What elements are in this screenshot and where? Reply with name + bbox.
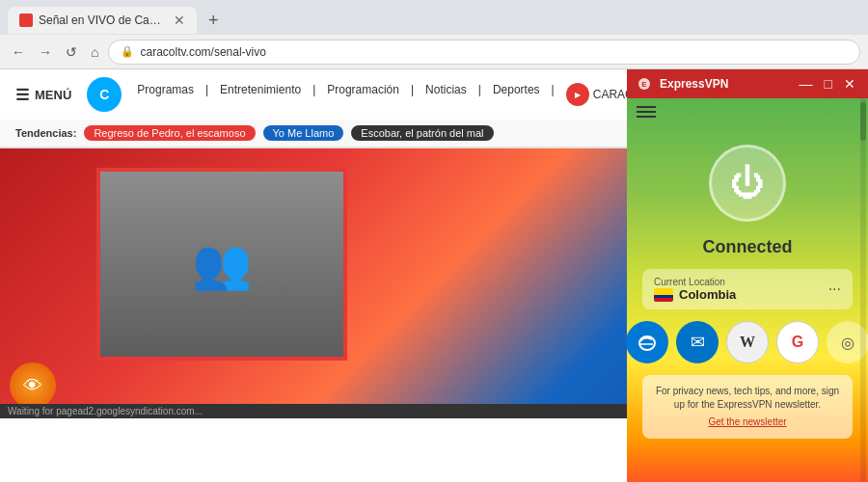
colombia-flag — [654, 288, 673, 302]
nav-sep2: | — [312, 83, 315, 106]
trending-label: Tendencias: — [15, 127, 76, 139]
nav-sep1: | — [205, 83, 208, 106]
eye-icon: 👁 — [23, 375, 42, 397]
newsletter-text: For privacy news, tech tips, and more, s… — [656, 386, 839, 410]
nav-sep5: | — [552, 83, 555, 106]
hamburger-icon: ☰ — [15, 86, 29, 104]
wikipedia-quicklink-button[interactable]: W — [726, 321, 769, 363]
more-icon: ◎ — [841, 334, 854, 352]
vpn-titlebar: E ExpressVPN — □ ✕ — [627, 69, 868, 98]
nav-sep4: | — [478, 83, 481, 106]
new-tab-button[interactable]: + — [201, 11, 227, 31]
power-button-container: ⏻ — [709, 145, 786, 222]
location-name: Colombia — [654, 287, 736, 302]
nav-sep3: | — [411, 83, 414, 106]
lock-icon: 🔒 — [121, 45, 134, 58]
nav-noticias[interactable]: Noticias — [425, 83, 467, 106]
vpn-title-left: E ExpressVPN — [637, 76, 728, 92]
mail-quicklink-button[interactable]: ✉ — [676, 321, 719, 363]
edge-quicklink-button[interactable] — [626, 321, 668, 363]
trend-yomellamo[interactable]: Yo Me Llamo — [263, 125, 344, 141]
nav-programas[interactable]: Programas — [137, 83, 194, 106]
vpn-header — [627, 98, 868, 125]
expressvpn-logo-icon: E — [637, 76, 652, 92]
nav-entretenimiento[interactable]: Entretenimiento — [220, 83, 301, 106]
home-button[interactable]: ⌂ — [87, 42, 102, 62]
main-area: ☰ MENÚ C Programas | Entretenimiento | P… — [0, 69, 868, 482]
address-input[interactable]: 🔒 caracoltv.com/senal-vivo — [108, 40, 860, 65]
menu-label: MENÚ — [35, 88, 71, 102]
vpn-body: ⏻ Connected Current Location Colombia — [627, 125, 868, 482]
trend-escobar[interactable]: Escobar, el patrón del mal — [351, 125, 493, 141]
quick-links: ✉ W G ◎ — [626, 321, 868, 363]
back-button[interactable]: ← — [8, 42, 29, 62]
vpn-menu-button[interactable] — [637, 106, 656, 118]
video-inner-frame: 👥 — [96, 168, 347, 361]
play-logo: ▶ — [566, 83, 589, 106]
location-options-button[interactable]: ··· — [828, 281, 841, 298]
vpn-window-controls: — □ ✕ — [797, 76, 858, 92]
tab-close-button[interactable]: ✕ — [174, 13, 185, 28]
caracol-eye-badge: 👁 — [10, 362, 56, 409]
vpn-scrollbar[interactable] — [860, 98, 866, 482]
svg-text:E: E — [641, 80, 647, 89]
nav-programacion[interactable]: Programación — [327, 83, 399, 106]
vpn-minimize-button[interactable]: — — [797, 76, 816, 92]
power-icon: ⏻ — [730, 163, 765, 203]
tab-bar: Señal en VIVO de Caracol T... ✕ + — [0, 0, 868, 35]
location-info: Current Location Colombia — [654, 277, 736, 302]
wikipedia-icon: W — [740, 334, 755, 351]
google-icon: G — [792, 334, 803, 351]
hamburger-line1 — [637, 106, 656, 108]
vpn-scrollbar-thumb — [860, 102, 866, 141]
connected-status: Connected — [702, 237, 792, 257]
status-text: Waiting for pagead2.googlesyndication.co… — [8, 406, 203, 416]
forward-button[interactable]: → — [35, 42, 56, 62]
vpn-maximize-button[interactable]: □ — [822, 76, 835, 92]
address-bar: ← → ↺ ⌂ 🔒 caracoltv.com/senal-vivo — [0, 35, 868, 69]
newsletter-box: For privacy news, tech tips, and more, s… — [642, 375, 853, 439]
tab-label: Señal en VIVO de Caracol T... — [39, 13, 164, 27]
trend-pedro[interactable]: Regreso de Pedro, el escamoso — [84, 125, 255, 141]
reload-button[interactable]: ↺ — [62, 42, 81, 62]
browser-chrome: Señal en VIVO de Caracol T... ✕ + ← → ↺ … — [0, 0, 868, 69]
nav-menu[interactable]: ☰ MENÚ — [15, 86, 71, 104]
caracol-logo: C — [87, 77, 122, 112]
vpn-close-button[interactable]: ✕ — [841, 76, 858, 92]
expressvpn-panel: E ExpressVPN — □ ✕ ⏻ — [627, 69, 868, 482]
address-text: caracoltv.com/senal-vivo — [140, 45, 266, 59]
flag-yellow — [654, 288, 673, 295]
location-label: Current Location — [654, 277, 736, 287]
tab-favicon — [19, 13, 33, 27]
google-quicklink-button[interactable]: G — [776, 321, 819, 363]
active-tab[interactable]: Señal en VIVO de Caracol T... ✕ — [8, 7, 197, 34]
location-country: Colombia — [679, 287, 736, 302]
flag-red — [654, 298, 673, 302]
hamburger-line3 — [637, 116, 656, 118]
newsletter-link[interactable]: Get the newsletter — [654, 415, 841, 429]
vpn-title-text: ExpressVPN — [660, 77, 728, 91]
nav-links: Programas | Entretenimiento | Programaci… — [137, 83, 677, 106]
mail-icon: ✉ — [691, 332, 705, 353]
hamburger-line2 — [637, 111, 656, 113]
power-button[interactable]: ⏻ — [709, 145, 786, 222]
edge-icon — [637, 332, 658, 353]
video-people: 👥 — [100, 172, 343, 357]
nav-deportes[interactable]: Deportes — [493, 83, 540, 106]
video-silhouette: 👥 — [192, 236, 252, 292]
location-box: Current Location Colombia ··· — [642, 269, 853, 309]
